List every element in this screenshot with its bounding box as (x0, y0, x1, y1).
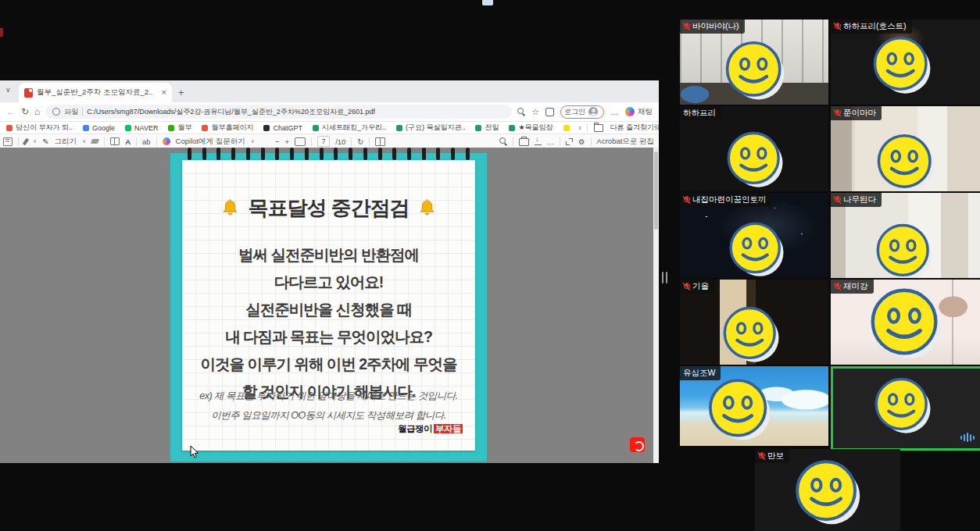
tab-search-chevron-icon[interactable]: ∨ (5, 87, 13, 94)
bookmarks-overflow-chevron-icon[interactable]: › (578, 123, 581, 132)
rotate-icon[interactable]: ↻ (357, 137, 363, 146)
participant-name-label: 내집마련이꿈인토끼 (680, 193, 772, 207)
zoom-out-icon[interactable]: − (275, 137, 280, 146)
pdf-sidebar-icon[interactable] (3, 137, 13, 146)
signin-button[interactable]: 로그인 (560, 105, 604, 119)
bookmark-item[interactable]: 월부 (168, 123, 191, 133)
address-bar[interactable]: 파일 C:/Users/smg87/Downloads/실주2강-권유디님/월부… (45, 105, 512, 119)
participant-tile[interactable]: 나무된다 (831, 193, 980, 278)
save-icon[interactable] (535, 138, 542, 145)
scheme-label: 파일 (64, 107, 78, 117)
participant-name: 만보 (767, 451, 784, 462)
participant-tile[interactable]: 하하프리 (680, 106, 828, 191)
participant-tile[interactable]: 내집마련이꿈인토끼 (680, 193, 828, 278)
scrollbar-thumb[interactable] (654, 151, 658, 230)
pdf-viewport[interactable]: 목표달성 중간점검 벌써 실전준비반의 반환점에 다다르고 있어요! 실전준비반… (0, 148, 659, 463)
binder-clip-icon (216, 148, 220, 160)
bookmark-item[interactable]: (구요) 목실일지관.. (396, 123, 466, 133)
binder-clip-icon (305, 148, 309, 160)
ask-copilot-label[interactable]: Copilot에게 질문하기 (176, 137, 245, 147)
screenshare-control-tab[interactable] (482, 0, 493, 5)
reload-icon[interactable]: ↻ (21, 107, 29, 116)
participant-tile[interactable]: 기을 (680, 280, 828, 365)
participant-name-label: 유심조W (680, 366, 721, 380)
pdf-scrollbar[interactable] (653, 148, 659, 463)
bookmark-favicon (125, 125, 131, 131)
two-page-view-icon[interactable] (110, 137, 120, 145)
copilot-pdf-icon (163, 137, 170, 145)
bookmark-item[interactable]: 시세트래킹_가우리.. (313, 123, 386, 133)
other-bookmarks-label[interactable]: 다른 즐겨찾기 (610, 123, 654, 133)
tab-close-icon[interactable]: × (162, 88, 166, 97)
participant-tile[interactable]: 쭌이마마 (831, 106, 980, 191)
draw-label[interactable]: 그리기 (55, 137, 77, 147)
smiley-face-overlay (723, 39, 785, 102)
bookmark-item[interactable]: 당신이 부자가 되.. (6, 123, 73, 133)
binder-clip-icon (378, 148, 382, 160)
bookmark-label: 월부홈페이지 (211, 123, 253, 133)
bell-icon (220, 198, 240, 218)
zoom-panel-resize-handle[interactable] (662, 272, 670, 283)
participant-tile[interactable]: 하하프리(호스트) (831, 20, 980, 105)
bookmark-item[interactable]: 전일 (475, 123, 499, 133)
fit-width-icon[interactable] (295, 137, 306, 146)
tab-title: 월부_실준반_2주차 조모임자료_2.. (37, 87, 158, 98)
notebook-page: 목표달성 중간점검 벌써 실전준비반의 반환점에 다다르고 있어요! 실전준비반… (182, 160, 475, 451)
page-total-label: /10 (335, 137, 345, 146)
read-aloud-icon[interactable]: A (125, 137, 131, 146)
highlighter-icon[interactable] (23, 137, 29, 145)
participant-tile[interactable]: 바야바야(나) (680, 20, 828, 105)
add-text-icon[interactable]: ab (142, 137, 151, 146)
favorite-star-icon[interactable]: ☆ (531, 108, 539, 116)
bookmark-item[interactable]: 월부홈페이지 (202, 123, 253, 133)
pdf-more-icon[interactable]: … (547, 137, 555, 146)
participant-tile-active-speaker[interactable] (831, 366, 980, 451)
bookmark-item[interactable]: ★목물임장 (509, 123, 553, 133)
bookmark-item[interactable]: ChatGPT (263, 124, 302, 132)
open-in-acrobat-button[interactable]: Acrobat으로 편집 (597, 137, 654, 147)
participant-tile[interactable]: 만보 (755, 449, 900, 531)
participant-tile[interactable]: 유심조W (680, 366, 828, 446)
search-icon[interactable] (517, 108, 525, 116)
bookmark-favicon (509, 125, 515, 131)
muted-mic-icon (683, 282, 690, 291)
more-menu-icon[interactable]: … (610, 108, 619, 116)
copilot-chevron-icon[interactable]: ∨ (251, 138, 255, 144)
participant-name: 내집마련이꿈인토끼 (692, 194, 767, 205)
bookmark-label: 전일 (485, 123, 499, 133)
extensions-icon[interactable] (545, 108, 554, 116)
print-icon[interactable] (519, 138, 529, 146)
browser-tab[interactable]: 월부_실준반_2주차 조모임자료_2.. × (19, 83, 172, 102)
bookmark-label: ★목물임장 (518, 123, 553, 133)
bookmark-item[interactable]: NAVER (125, 124, 158, 132)
logo-black-text: 월급쟁이 (398, 424, 432, 433)
new-tab-button[interactable]: + (178, 87, 184, 98)
bookmark-item[interactable]: Google (83, 124, 115, 132)
draw-chevron-icon[interactable]: ∨ (82, 138, 86, 144)
fullscreen-icon[interactable] (566, 138, 573, 145)
binder-clip-icon (290, 148, 294, 160)
draw-pen-icon[interactable]: ✎ (42, 137, 48, 146)
smiley-face-overlay (724, 130, 784, 189)
pdf-search-icon[interactable] (499, 137, 507, 145)
home-icon[interactable]: ⌂ (34, 107, 40, 116)
participant-name-label: 재미강 (831, 280, 874, 294)
copilot-icon (625, 107, 635, 116)
acrobat-fab-icon[interactable] (630, 437, 645, 452)
participant-tile[interactable]: 재미강 (831, 280, 980, 365)
binder-clip-icon (275, 148, 279, 160)
body-line: 내 다짐과 목표는 무엇이었나요? (182, 323, 475, 351)
pdf-settings-icon[interactable]: ⚙ (578, 137, 585, 146)
participant-name: 유심조W (683, 368, 715, 379)
highlighter-chevron-icon[interactable]: ∨ (33, 138, 37, 144)
url-text: C:/Users/smg87/Downloads/실주2강-권유디님/월부_실준… (87, 107, 375, 117)
document-title: 목표달성 중간점검 (248, 194, 409, 222)
pdf-slide: 목표달성 중간점검 벌써 실전준비반의 반환점에 다다르고 있어요! 실전준비반… (170, 153, 487, 462)
page-layout-icon[interactable] (375, 137, 385, 146)
back-icon[interactable]: ← (6, 107, 16, 116)
page-number-input[interactable]: 7 (317, 136, 330, 147)
eraser-icon[interactable] (91, 139, 99, 144)
copilot-chat-button[interactable]: 채팅 (625, 107, 653, 117)
zoom-in-icon[interactable]: + (285, 137, 290, 146)
bookmark-label: 월부 (177, 123, 191, 133)
